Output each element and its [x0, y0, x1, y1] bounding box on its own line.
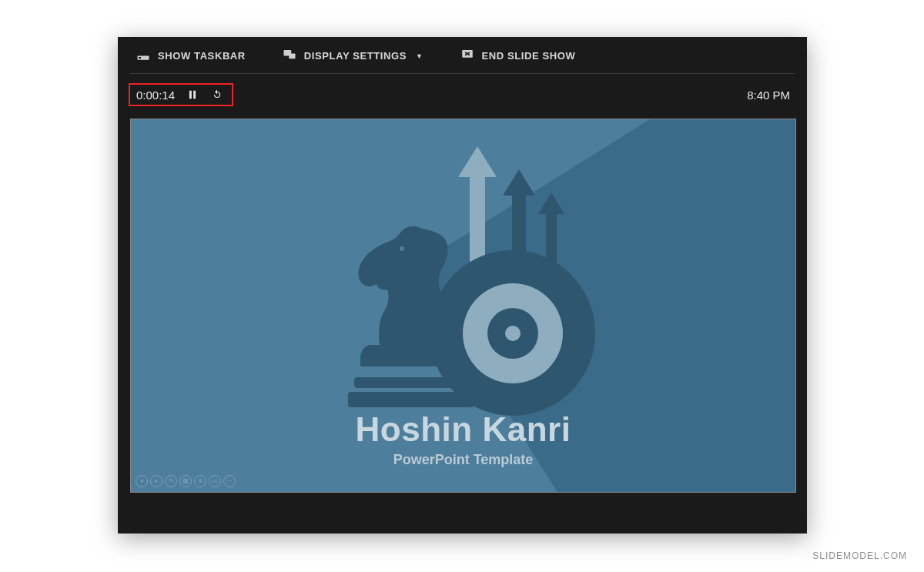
pause-button[interactable] — [186, 88, 199, 102]
pen-tool-button[interactable]: ✎ — [165, 475, 177, 487]
zoom-button[interactable]: ⊕ — [194, 475, 206, 487]
restart-timer-button[interactable] — [210, 88, 224, 102]
presenter-toolbar: SHOW TASKBAR DISPLAY SETTINGS ▼ END SLID… — [118, 37, 807, 73]
restart-icon — [212, 89, 223, 100]
dropdown-icon: ▼ — [416, 52, 424, 60]
slide-mini-controls: ◂ ▸ ✎ ▦ ⊕ cc ⋯ — [136, 475, 236, 487]
display-settings-icon — [283, 48, 296, 64]
svg-rect-3 — [289, 54, 295, 59]
see-all-slides-button[interactable]: ▦ — [179, 475, 192, 487]
svg-rect-1 — [139, 57, 141, 59]
end-slide-show-label: END SLIDE SHOW — [482, 50, 576, 62]
show-taskbar-label: SHOW TASKBAR — [158, 50, 246, 62]
end-show-icon — [460, 48, 474, 64]
watermark: SLIDEMODEL.COM — [812, 550, 907, 561]
svg-rect-6 — [193, 91, 196, 99]
subtitle-toggle-button[interactable]: cc — [209, 475, 221, 487]
presenter-window: SHOW TASKBAR DISPLAY SETTINGS ▼ END SLID… — [118, 37, 807, 534]
slide-title: Hoshin Kanri — [131, 410, 795, 449]
status-row: 0:00:14 8:40 PM — [118, 74, 807, 115]
taskbar-icon — [136, 48, 150, 64]
more-options-button[interactable]: ⋯ — [223, 475, 236, 487]
display-settings-label: DISPLAY SETTINGS — [304, 50, 407, 62]
show-taskbar-button[interactable]: SHOW TASKBAR — [136, 48, 246, 64]
end-slide-show-button[interactable]: END SLIDE SHOW — [460, 48, 576, 64]
timer-highlight-box: 0:00:14 — [129, 83, 233, 106]
slide-container: Hoshin Kanri PowerPoint Template ◂ ▸ ✎ ▦… — [130, 119, 795, 493]
elapsed-time: 0:00:14 — [136, 89, 175, 102]
svg-point-9 — [400, 246, 404, 251]
svg-rect-8 — [348, 392, 474, 407]
svg-rect-5 — [189, 91, 192, 99]
target-icon — [430, 250, 595, 416]
current-time: 8:40 PM — [747, 89, 790, 102]
next-slide-button[interactable]: ▸ — [150, 475, 162, 487]
display-settings-button[interactable]: DISPLAY SETTINGS ▼ — [283, 48, 424, 64]
slide-subtitle: PowerPoint Template — [131, 452, 795, 468]
current-slide[interactable]: Hoshin Kanri PowerPoint Template ◂ ▸ ✎ ▦… — [130, 119, 796, 493]
pause-icon — [187, 89, 198, 100]
prev-slide-button[interactable]: ◂ — [136, 475, 148, 487]
